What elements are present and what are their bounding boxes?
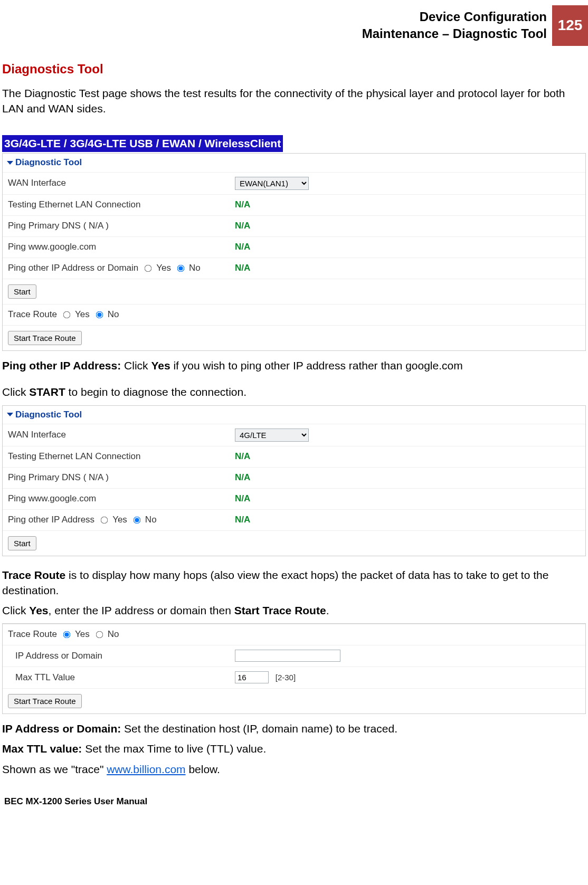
intro-paragraph: The Diagnostic Test page shows the test … [2, 86, 586, 116]
section-title: Diagnostics Tool [2, 61, 586, 78]
page-header: Device Configuration Maintenance – Diagn… [0, 0, 588, 51]
footer-manual-title: BEC MX-1200 Series User Manual [2, 796, 586, 808]
start-button[interactable]: Start [8, 536, 36, 550]
ping-dns-label: Ping Primary DNS ( N/A ) [3, 216, 230, 236]
ping-other-yes-radio[interactable] [145, 265, 152, 272]
panel-header[interactable]: Diagnostic Tool [3, 154, 585, 172]
max-ttl-label: Max TTL Value [3, 668, 230, 688]
wan-interface-label: WAN Interface [3, 425, 230, 445]
ping-google-value: N/A [230, 237, 585, 258]
trace-route-click-description: Click Yes, enter the IP address or domai… [2, 603, 586, 618]
trace-yes-radio[interactable] [63, 311, 71, 319]
ping-dns-label: Ping Primary DNS ( N/A ) [3, 468, 230, 488]
trace-no-label: No [108, 629, 119, 641]
start-trace-button[interactable]: Start Trace Route [8, 694, 82, 708]
header-line2: Maintenance – Diagnostic Tool [362, 25, 547, 42]
ping-other-value: N/A [230, 258, 585, 279]
ping-other-yes-radio[interactable] [101, 517, 108, 524]
header-line1: Device Configuration [362, 8, 547, 25]
diagnostic-panel-1: Diagnostic Tool WAN Interface EWAN(LAN1)… [2, 153, 586, 351]
ping-other-no-radio[interactable] [134, 517, 141, 524]
panel-title: Diagnostic Tool [15, 157, 82, 169]
page-number: 125 [552, 5, 588, 46]
ping-google-value: N/A [230, 489, 585, 509]
ping-other-no-label: No [189, 262, 201, 274]
trace-route-row: Trace Route Yes No [3, 304, 230, 325]
chevron-down-icon [7, 413, 13, 416]
ip-domain-label: IP Address or Domain [3, 646, 230, 667]
header-title-block: Device Configuration Maintenance – Diagn… [362, 5, 552, 46]
ping-dns-value: N/A [230, 468, 585, 488]
ping-other-row: Ping other IP Address or Domain Yes No [3, 258, 230, 279]
trace-yes-label: Yes [75, 309, 90, 321]
lan-test-value: N/A [230, 195, 585, 215]
start-trace-button[interactable]: Start Trace Route [8, 331, 82, 345]
trace-yes-label: Yes [75, 629, 90, 641]
ping-other-no-label: No [145, 514, 157, 526]
ip-domain-description: IP Address or Domain: Set the destinatio… [2, 721, 586, 736]
diagnostic-panel-2: Diagnostic Tool WAN Interface 4G/LTE Tes… [2, 405, 586, 557]
max-ttl-description: Max TTL value: Set the max Time to live … [2, 741, 586, 756]
ip-domain-input[interactable] [235, 650, 340, 662]
ping-other-description: Ping other IP Address: Click Yes if you … [2, 358, 586, 373]
wan-interface-select[interactable]: EWAN(LAN1) [235, 177, 309, 190]
wan-interface-label: WAN Interface [3, 173, 230, 194]
ping-dns-value: N/A [230, 216, 585, 236]
panel-header[interactable]: Diagnostic Tool [3, 406, 585, 424]
billion-link[interactable]: www.billion.com [107, 763, 185, 775]
ping-other-yes-label: Yes [156, 262, 171, 274]
ping-other-label: Ping other IP Address [8, 514, 94, 526]
trace-no-radio[interactable] [96, 631, 103, 639]
lan-test-label: Testing Ethernet LAN Connection [3, 195, 230, 215]
connectivity-banner: 3G/4G-LTE / 3G/4G-LTE USB / EWAN / Wirel… [2, 135, 283, 152]
ping-other-no-radio[interactable] [177, 265, 185, 272]
shown-trace-note: Shown as we "trace" www.billion.com belo… [2, 762, 586, 777]
trace-no-label: No [108, 309, 119, 321]
ping-other-value: N/A [230, 510, 585, 530]
ping-other-label: Ping other IP Address or Domain [8, 262, 138, 274]
trace-route-row: Trace Route Yes No [3, 624, 230, 645]
ping-google-label: Ping www.google.com [3, 489, 230, 509]
ping-other-yes-label: Yes [112, 514, 127, 526]
max-ttl-input[interactable] [235, 671, 269, 683]
click-start-description: Click START to begin to diagnose the con… [2, 385, 586, 399]
ping-google-label: Ping www.google.com [3, 237, 230, 258]
trace-route-description: Trace Route is to display how many hops … [2, 568, 586, 598]
trace-route-panel: Trace Route Yes No IP Address or Domain … [2, 623, 586, 714]
trace-route-label: Trace Route [8, 629, 57, 641]
ttl-range-note: [2-30] [271, 673, 296, 682]
ping-other-desc-label: Ping other IP Address: [2, 359, 121, 372]
lan-test-value: N/A [230, 446, 585, 467]
chevron-down-icon [7, 161, 13, 165]
lan-test-label: Testing Ethernet LAN Connection [3, 446, 230, 467]
trace-route-label: Trace Route [8, 309, 57, 321]
wan-interface-select[interactable]: 4G/LTE [235, 429, 309, 442]
panel-title: Diagnostic Tool [15, 409, 82, 421]
trace-no-radio[interactable] [96, 311, 103, 319]
trace-yes-radio[interactable] [63, 631, 71, 639]
start-button[interactable]: Start [8, 284, 36, 299]
ping-other-row: Ping other IP Address Yes No [3, 510, 230, 530]
